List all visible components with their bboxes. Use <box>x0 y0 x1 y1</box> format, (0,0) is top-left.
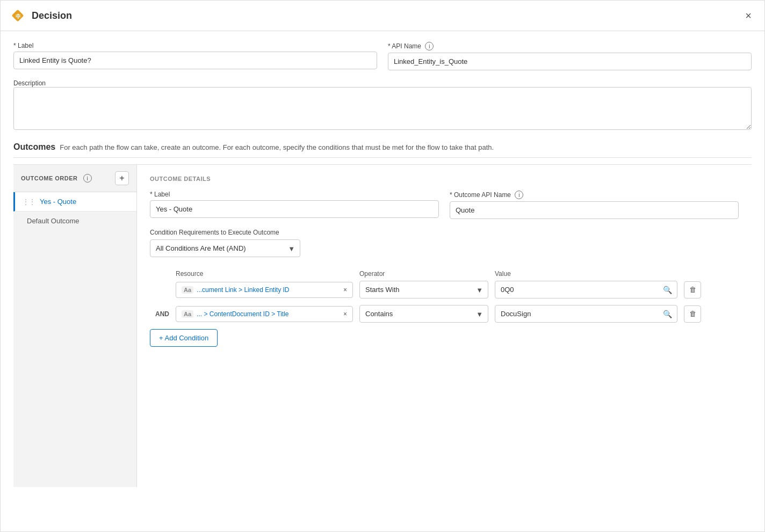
condition-row-1: Aa ...cument Link > Linked Entity ID × S… <box>150 281 739 298</box>
resource-field-1[interactable]: Aa ...cument Link > Linked Entity ID × <box>176 282 353 298</box>
dialog-header: ≑ Decision × <box>1 1 764 31</box>
label-group: * Label <box>13 42 377 70</box>
close-button[interactable]: × <box>741 8 756 24</box>
outcomes-description: For each path the flow can take, create … <box>60 143 494 151</box>
condition-req-select[interactable]: All Conditions Are Met (AND) Any Conditi… <box>150 239 300 257</box>
condition-row-2: AND Aa ... > ContentDocument ID > Title … <box>150 305 739 323</box>
outcomes-layout: OUTCOME ORDER i + ⋮⋮ Yes - Quote Default… <box>13 164 752 487</box>
resource-column-header: Resource <box>176 270 353 278</box>
resource-remove-icon-2[interactable]: × <box>343 310 347 318</box>
resource-remove-icon-1[interactable]: × <box>343 286 347 294</box>
resource-text-1: ...cument Link > Linked Entity ID <box>197 286 340 294</box>
condition-requirements-section: Condition Requirements to Execute Outcom… <box>150 229 739 257</box>
sidebar-info-icon[interactable]: i <box>83 174 92 183</box>
conditions-table: Resource Operator Value Aa ...cument Lin… <box>150 270 739 347</box>
sidebar-item-default-label: Default Outcome <box>27 217 80 225</box>
outcome-api-name-input[interactable] <box>450 201 739 219</box>
sidebar-header-title: OUTCOME ORDER <box>21 174 78 182</box>
outcome-label-input[interactable] <box>150 200 439 218</box>
sidebar-item-yes-quote-label: Yes - Quote <box>40 198 76 206</box>
value-field-2: 🔍 <box>495 305 677 323</box>
outcome-label-apiname-row: * Label * Outcome API Name i <box>150 191 739 219</box>
condition-header-row: Resource Operator Value <box>150 270 739 278</box>
description-label: Description <box>13 79 46 87</box>
dialog-title: Decision <box>32 10 72 21</box>
label-input[interactable] <box>13 52 377 69</box>
outcome-api-name-info-icon[interactable]: i <box>515 191 523 199</box>
svg-text:≑: ≑ <box>15 12 21 20</box>
dialog-title-area: ≑ Decision <box>9 7 72 24</box>
operator-field-2: Contains Starts With Equals ▼ <box>359 305 488 323</box>
resource-type-icon-1: Aa <box>182 286 193 294</box>
condition-req-select-wrapper: All Conditions Are Met (AND) Any Conditi… <box>150 239 300 257</box>
outcome-api-name-group: * Outcome API Name i <box>450 191 739 219</box>
outcomes-title: Outcomes <box>13 142 55 152</box>
delete-condition-button-2[interactable]: 🗑 <box>684 305 701 323</box>
delete-condition-button-1[interactable]: 🗑 <box>684 281 701 298</box>
api-name-info-icon[interactable]: i <box>425 42 434 50</box>
add-condition-button[interactable]: + Add Condition <box>150 329 218 347</box>
drag-handle-icon: ⋮⋮ <box>23 198 35 206</box>
sidebar-header: OUTCOME ORDER i + <box>13 165 136 192</box>
delete-icon-2: 🗑 <box>689 310 696 318</box>
condition-req-label: Condition Requirements to Execute Outcom… <box>150 229 739 236</box>
value-column-header: Value <box>495 270 677 278</box>
outcome-api-name-label-text: * Outcome API Name <box>450 191 511 199</box>
label-field-label: * Label <box>13 42 377 49</box>
api-name-group: * API Name i <box>388 42 752 70</box>
operator-field-1: Starts With Contains Equals ▼ <box>359 281 488 298</box>
description-textarea[interactable] <box>13 87 752 130</box>
operator-select-2[interactable]: Contains Starts With Equals <box>359 305 488 323</box>
outcome-api-name-label: * Outcome API Name i <box>450 191 739 199</box>
resource-text-2: ... > ContentDocument ID > Title <box>197 310 340 318</box>
decision-dialog: ≑ Decision × * Label * API Name i Descri… <box>0 0 765 532</box>
api-name-label: * API Name i <box>388 42 752 50</box>
description-section: Description <box>13 79 752 132</box>
condition-prefix-2: AND <box>150 310 169 318</box>
resource-type-icon-2: Aa <box>182 310 193 318</box>
value-field-1: 🔍 <box>495 281 677 298</box>
api-name-label-text: * API Name <box>388 42 421 50</box>
value-input-1[interactable] <box>495 281 677 298</box>
dialog-body: * Label * API Name i Description Outcome… <box>1 31 764 531</box>
outcome-label-field-label: * Label <box>150 191 439 198</box>
value-input-2[interactable] <box>495 305 677 323</box>
label-apiname-row: * Label * API Name i <box>13 42 752 70</box>
decision-icon: ≑ <box>9 7 26 24</box>
add-outcome-button[interactable]: + <box>115 171 129 185</box>
outcome-details-title: OUTCOME DETAILS <box>150 176 739 182</box>
delete-icon-1: 🗑 <box>689 286 696 294</box>
api-name-input[interactable] <box>388 53 752 70</box>
value-search-button-2[interactable]: 🔍 <box>663 310 672 318</box>
outcome-sidebar: OUTCOME ORDER i + ⋮⋮ Yes - Quote Default… <box>13 165 137 487</box>
outcome-label-group: * Label <box>150 191 439 219</box>
outcome-details-panel: OUTCOME DETAILS * Label * Outcome API Na… <box>137 165 752 487</box>
sidebar-item-yes-quote[interactable]: ⋮⋮ Yes - Quote <box>13 192 136 212</box>
outcomes-header: Outcomes For each path the flow can take… <box>13 142 752 158</box>
add-condition-label: + Add Condition <box>159 334 208 342</box>
value-search-button-1[interactable]: 🔍 <box>663 286 672 294</box>
operator-column-header: Operator <box>359 270 488 278</box>
operator-select-1[interactable]: Starts With Contains Equals <box>359 281 488 298</box>
sidebar-item-default-outcome[interactable]: Default Outcome <box>13 212 136 230</box>
resource-field-2[interactable]: Aa ... > ContentDocument ID > Title × <box>176 306 353 322</box>
